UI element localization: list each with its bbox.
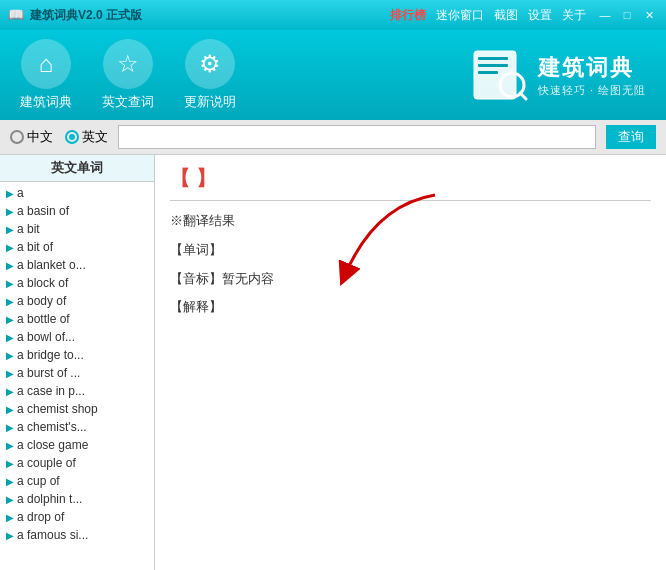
right-panel: 【 】 ※翻译结果 【单词】 【音标】暂无内容 【解释】 [155,155,666,570]
list-item[interactable]: ▶a chemist shop [0,400,154,418]
menu-mini[interactable]: 迷你窗口 [436,7,484,24]
minimize-button[interactable]: — [596,6,614,24]
menu-about[interactable]: 关于 [562,7,586,24]
result-word: 【单词】 [170,240,651,261]
update-icon: ⚙ [185,39,235,89]
result-bracket: 【 】 [170,165,651,192]
list-item[interactable]: ▶a cup of [0,472,154,490]
list-arrow-icon: ▶ [6,422,14,433]
radio-group: 中文 英文 [10,128,108,146]
logo-title: 建筑词典 [538,53,634,83]
nav-label-update: 更新说明 [184,93,236,111]
radio-english-label: 英文 [82,128,108,146]
radio-chinese-label: 中文 [27,128,53,146]
list-arrow-icon: ▶ [6,512,14,523]
list-item[interactable]: ▶a [0,184,154,202]
list-item[interactable]: ▶a block of [0,274,154,292]
logo-icon [470,45,530,105]
list-item[interactable]: ▶a drop of [0,508,154,526]
close-button[interactable]: ✕ [640,6,658,24]
result-explanation: 【解释】 [170,297,651,318]
result-divider [170,200,651,201]
list-arrow-icon: ▶ [6,440,14,451]
list-arrow-icon: ▶ [6,242,14,253]
list-item[interactable]: ▶a blanket o... [0,256,154,274]
result-phonetic: 【音标】暂无内容 [170,269,651,290]
list-item[interactable]: ▶a chemist's... [0,418,154,436]
list-arrow-icon: ▶ [6,296,14,307]
english-icon: ☆ [103,39,153,89]
list-arrow-icon: ▶ [6,494,14,505]
word-list[interactable]: ▶a▶a basin of▶a bit▶a bit of▶a blanket o… [0,182,154,570]
list-item[interactable]: ▶a case in p... [0,382,154,400]
radio-chinese[interactable]: 中文 [10,128,53,146]
list-arrow-icon: ▶ [6,350,14,361]
logo-subtitle: 快速轻巧 · 绘图无阻 [538,83,646,98]
logo-text: 建筑词典 快速轻巧 · 绘图无阻 [538,53,646,98]
list-arrow-icon: ▶ [6,332,14,343]
list-arrow-icon: ▶ [6,404,14,415]
list-arrow-icon: ▶ [6,224,14,235]
maximize-button[interactable]: □ [618,6,636,24]
svg-line-5 [520,93,526,99]
list-arrow-icon: ▶ [6,458,14,469]
menu-screenshot[interactable]: 截图 [494,7,518,24]
app-icon: 📖 [8,7,24,23]
logo-area: 建筑词典 快速轻巧 · 绘图无阻 [470,45,646,105]
svg-rect-3 [478,71,498,74]
list-item[interactable]: ▶a basin of [0,202,154,220]
app-title: 建筑词典V2.0 正式版 [30,7,390,24]
nav-bar: ⌂ 建筑词典 ☆ 英文查词 ⚙ 更新说明 建筑词典 快速轻巧 · 绘图无阻 [0,30,666,120]
nav-item-dictionary[interactable]: ⌂ 建筑词典 [20,39,72,111]
nav-item-update[interactable]: ⚙ 更新说明 [184,39,236,111]
title-menu: 排行榜 迷你窗口 截图 设置 关于 [390,7,586,24]
list-arrow-icon: ▶ [6,476,14,487]
list-arrow-icon: ▶ [6,386,14,397]
list-arrow-icon: ▶ [6,314,14,325]
list-item[interactable]: ▶a bit of [0,238,154,256]
list-arrow-icon: ▶ [6,206,14,217]
list-item[interactable]: ▶a dolphin t... [0,490,154,508]
list-item[interactable]: ▶a burst of ... [0,364,154,382]
svg-rect-1 [478,57,508,60]
list-item[interactable]: ▶a close game [0,436,154,454]
list-item[interactable]: ▶a bottle of [0,310,154,328]
result-translation: ※翻译结果 [170,211,651,232]
list-item[interactable]: ▶a body of [0,292,154,310]
list-arrow-icon: ▶ [6,368,14,379]
list-item[interactable]: ▶a bowl of... [0,328,154,346]
window-controls: — □ ✕ [596,6,658,24]
radio-english-circle [65,130,79,144]
list-item[interactable]: ▶a bridge to... [0,346,154,364]
list-item[interactable]: ▶a famous si... [0,526,154,544]
radio-english[interactable]: 英文 [65,128,108,146]
menu-settings[interactable]: 设置 [528,7,552,24]
dictionary-icon: ⌂ [21,39,71,89]
nav-item-english[interactable]: ☆ 英文查词 [102,39,154,111]
word-list-header: 英文单词 [0,155,154,182]
nav-label-english: 英文查词 [102,93,154,111]
list-item[interactable]: ▶a bit [0,220,154,238]
list-arrow-icon: ▶ [6,278,14,289]
menu-ranking[interactable]: 排行榜 [390,7,426,24]
svg-rect-2 [478,64,508,67]
list-item[interactable]: ▶a couple of [0,454,154,472]
title-bar: 📖 建筑词典V2.0 正式版 排行榜 迷你窗口 截图 设置 关于 — □ ✕ [0,0,666,30]
search-input[interactable] [118,125,596,149]
main-content: 英文单词 ▶a▶a basin of▶a bit▶a bit of▶a blan… [0,155,666,570]
search-button[interactable]: 查询 [606,125,656,149]
radio-chinese-circle [10,130,24,144]
list-arrow-icon: ▶ [6,260,14,271]
search-bar: 中文 英文 查询 [0,120,666,155]
left-panel: 英文单词 ▶a▶a basin of▶a bit▶a bit of▶a blan… [0,155,155,570]
nav-label-dictionary: 建筑词典 [20,93,72,111]
list-arrow-icon: ▶ [6,188,14,199]
list-arrow-icon: ▶ [6,530,14,541]
